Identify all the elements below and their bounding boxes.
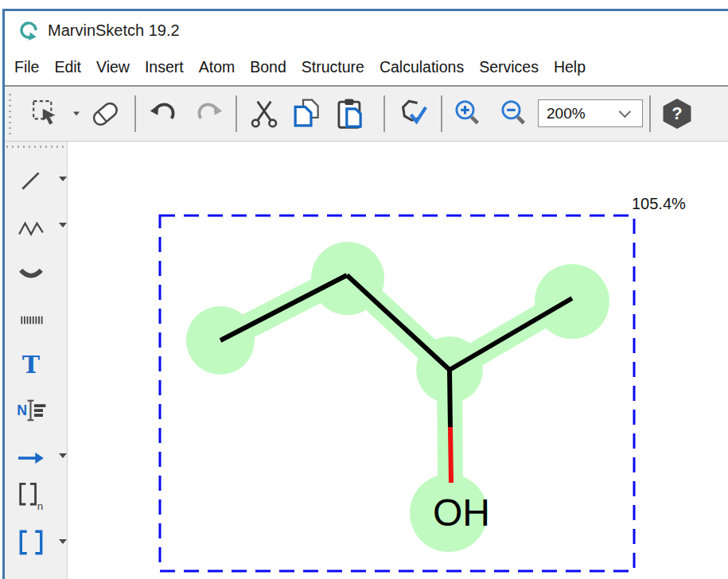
arc-icon <box>18 260 45 287</box>
copy-icon <box>290 97 324 130</box>
menu-item-edit[interactable]: Edit <box>54 58 81 76</box>
cut-button[interactable] <box>248 98 280 130</box>
reaction-arrow-dropdown[interactable] <box>59 453 67 458</box>
cut-scissors-icon <box>249 99 279 129</box>
toolbar-separator <box>134 95 136 132</box>
menu-item-file[interactable]: File <box>14 58 39 76</box>
zoom-level-combobox[interactable]: 200% <box>538 99 643 127</box>
help-question-glyph: ? <box>672 103 682 124</box>
bond-tool-dropdown[interactable] <box>59 177 67 181</box>
single-bond-icon <box>18 168 45 195</box>
zoom-out-icon <box>498 98 530 130</box>
menu-item-help[interactable]: Help <box>554 58 586 76</box>
title-bar: MarvinSketch 19.2 <box>5 11 728 49</box>
menu-item-structure[interactable]: Structure <box>302 58 364 76</box>
menu-item-calculations[interactable]: Calculations <box>380 58 464 76</box>
marvinsketch-logo-icon <box>18 20 39 41</box>
toolbar-separator <box>441 95 442 132</box>
repeating-bracket-icon: n <box>16 480 46 512</box>
undo-button[interactable] <box>148 98 180 130</box>
text-tool[interactable]: T <box>14 347 49 382</box>
zoom-in-icon <box>452 98 484 130</box>
bracket-tool[interactable] <box>14 525 49 560</box>
zoom-in-button[interactable] <box>452 98 484 130</box>
comb-tool[interactable] <box>14 302 49 337</box>
menu-item-atom[interactable]: Atom <box>199 58 236 76</box>
atom-label-tool[interactable]: N <box>14 393 49 428</box>
help-button[interactable]: ? <box>662 99 692 129</box>
paste-button[interactable] <box>334 98 369 130</box>
atom-label-icon: N <box>15 394 47 426</box>
redo-icon <box>193 99 224 129</box>
bracket-icon <box>17 527 45 558</box>
chain-tool-dropdown[interactable] <box>59 223 67 227</box>
copy-button[interactable] <box>290 98 325 130</box>
repeating-unit-tool[interactable]: n <box>14 479 49 514</box>
main-toolbar: 200% ? <box>5 87 728 142</box>
eraser-button[interactable] <box>89 98 121 130</box>
bond-tool[interactable] <box>14 164 49 199</box>
sidebar-drag-handle[interactable] <box>6 146 67 148</box>
chevron-down-icon <box>73 112 80 116</box>
zoom-out-button[interactable] <box>498 98 530 130</box>
drawing-canvas[interactable] <box>68 142 728 579</box>
menu-item-bond[interactable]: Bond <box>250 58 286 76</box>
reaction-arrow-tool[interactable] <box>14 441 49 476</box>
selection-scale-label: 105.4% <box>632 195 686 213</box>
redo-button[interactable] <box>193 98 224 130</box>
toolbar-separator <box>236 95 237 132</box>
toolbar-separator <box>383 95 385 132</box>
menu-item-insert[interactable]: Insert <box>145 58 184 76</box>
reaction-arrow-icon <box>16 445 46 472</box>
window-title: MarvinSketch 19.2 <box>48 21 180 40</box>
chain-tool[interactable] <box>14 210 49 245</box>
check-structure-icon <box>397 97 430 130</box>
menu-bar: FileEditViewInsertAtomBondStructureCalcu… <box>5 49 728 85</box>
toolbar-separator <box>649 95 651 132</box>
text-tool-glyph: T <box>22 351 40 379</box>
menu-item-view[interactable]: View <box>96 58 130 76</box>
eraser-icon <box>89 98 121 130</box>
comb-dashes-icon <box>18 306 45 333</box>
zoom-level-value: 200% <box>547 105 622 122</box>
svg-text:n: n <box>37 500 43 512</box>
arc-tool[interactable] <box>14 256 49 291</box>
toolbar-drag-handle[interactable] <box>9 94 11 135</box>
rect-select-icon <box>31 99 61 129</box>
check-structure-button[interactable] <box>396 98 431 130</box>
svg-text:N: N <box>17 402 27 418</box>
tools-sidebar: T N n <box>5 142 68 579</box>
select-dropdown-button[interactable] <box>70 98 83 130</box>
rect-select-button[interactable] <box>30 98 62 130</box>
undo-icon <box>149 99 179 129</box>
paste-icon <box>335 97 368 130</box>
bracket-tool-dropdown[interactable] <box>59 539 67 544</box>
chain-zigzag-icon <box>18 214 45 241</box>
menu-item-services[interactable]: Services <box>479 58 539 76</box>
